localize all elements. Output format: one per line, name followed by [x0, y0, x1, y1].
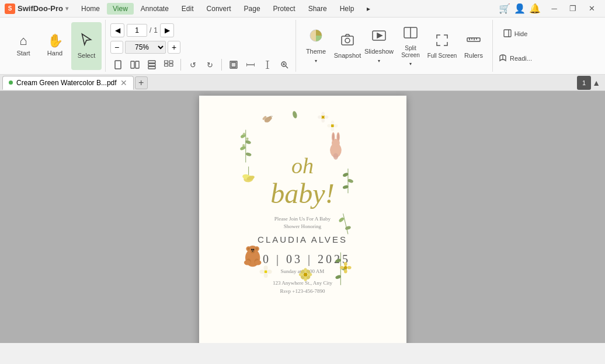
menu-view[interactable]: View — [107, 3, 134, 15]
menu-page[interactable]: Page — [238, 3, 266, 15]
svg-rect-9 — [169, 64, 173, 66]
start-button[interactable]: ⌂ Start — [8, 22, 39, 70]
new-tab-button[interactable]: + — [135, 76, 148, 89]
rotate-left-button[interactable]: ↺ — [185, 57, 200, 72]
rulers-icon — [466, 32, 481, 50]
bell-icon[interactable]: 🔔 — [529, 3, 541, 14]
fit-height-button[interactable] — [260, 57, 275, 72]
home-icon: ⌂ — [19, 34, 27, 47]
pdf-page: ohbaby! Please Join Us For A Baby Shower… — [199, 96, 406, 343]
svg-point-46 — [324, 116, 328, 119]
svg-point-49 — [331, 127, 334, 131]
tab-status-dot — [9, 80, 13, 85]
svg-rect-4 — [148, 64, 155, 66]
zoom-select[interactable]: 75% 50% 100% 125% 150% — [125, 41, 166, 54]
svg-point-64 — [242, 132, 245, 135]
split-screen-label: Split Screen — [395, 45, 426, 59]
app-dropdown-icon[interactable]: ▾ — [65, 5, 68, 12]
rotate-right-button[interactable]: ↻ — [202, 57, 217, 72]
main-content: ohbaby! Please Join Us For A Baby Shower… — [0, 91, 605, 343]
app-logo: S SwifDoo-Pro ▾ — [5, 4, 68, 14]
fit-width-button[interactable] — [243, 57, 258, 72]
rulers-button[interactable]: Rulers — [458, 22, 489, 70]
snapshot-button[interactable]: Snapshot — [332, 22, 363, 70]
zoom-out-button[interactable]: − — [110, 41, 123, 54]
event-date: 10 | 03 | 2025 — [255, 253, 350, 266]
split-screen-icon — [403, 25, 418, 43]
svg-point-39 — [268, 116, 272, 120]
close-button[interactable]: ✕ — [583, 2, 600, 15]
svg-point-62 — [239, 145, 246, 150]
tab-bar: Cream Green Watercolor B...pdf ✕ + 1 ▲ — [0, 75, 605, 91]
zoom-area-button[interactable] — [277, 57, 292, 72]
split-arrow-icon: ▾ — [409, 61, 412, 66]
fit-page-button[interactable] — [226, 57, 241, 72]
menu-home[interactable]: Home — [75, 3, 106, 15]
menu-annotate[interactable]: Annotate — [135, 3, 175, 15]
slideshow-button[interactable]: Slideshow ▾ — [364, 22, 394, 70]
svg-point-84 — [252, 251, 253, 252]
invite-text: Please Join Us For A Baby Shower Honorin… — [274, 215, 331, 231]
menu-convert[interactable]: Convert — [201, 3, 237, 15]
tab-pdf[interactable]: Cream Green Watercolor B...pdf ✕ — [2, 76, 134, 90]
svg-point-63 — [245, 152, 252, 157]
svg-point-79 — [247, 247, 249, 250]
app-title: SwifDoo-Pro — [18, 4, 63, 13]
hand-button[interactable]: ✋ Hand — [40, 22, 70, 70]
hand-icon: ✋ — [47, 34, 63, 47]
toolbar-separator — [180, 59, 181, 71]
full-screen-button[interactable]: Full Screen — [427, 22, 457, 70]
prev-page-button[interactable]: ◀ — [110, 23, 124, 37]
next-page-button[interactable]: ▶ — [160, 23, 174, 37]
nav-controls-group: ◀ / 1 ▶ − 75% 50% 100% 125% 150% + — [107, 20, 296, 72]
theme-button[interactable]: Theme ▾ — [301, 22, 331, 70]
scroll-up-arrow[interactable]: ▲ — [592, 78, 600, 88]
svg-line-19 — [286, 66, 288, 68]
svg-point-85 — [246, 258, 251, 265]
slideshow-label: Slideshow — [364, 48, 394, 55]
tab-close-button[interactable]: ✕ — [120, 79, 127, 87]
user-icon[interactable]: 👤 — [514, 3, 526, 14]
two-page-icon[interactable] — [127, 57, 142, 72]
svg-point-50 — [327, 124, 331, 128]
basic-tools-group: ⌂ Start ✋ Hand Select — [5, 20, 106, 72]
split-screen-button[interactable]: Split Screen ▾ — [395, 22, 426, 70]
two-scroll-icon[interactable] — [161, 57, 176, 72]
restore-button[interactable]: ❐ — [564, 2, 582, 15]
minimize-button[interactable]: ─ — [545, 2, 563, 15]
svg-point-43 — [321, 112, 325, 116]
pdf-viewer: ohbaby! Please Join Us For A Baby Shower… — [0, 91, 605, 343]
svg-point-65 — [246, 138, 248, 140]
svg-point-66 — [242, 144, 245, 146]
reading-mode-button[interactable]: Readi... — [498, 47, 533, 69]
theme-label: Theme — [306, 48, 326, 55]
select-label: Select — [78, 52, 96, 60]
svg-point-54 — [331, 132, 335, 142]
select-button[interactable]: Select — [71, 22, 102, 70]
menu-more[interactable]: ▸ — [361, 3, 376, 15]
svg-point-55 — [336, 132, 340, 142]
cursor-icon — [79, 32, 94, 50]
zoom-in-button[interactable]: + — [168, 41, 180, 54]
single-page-icon[interactable] — [110, 57, 126, 72]
oh-baby-title: ohbaby! — [270, 154, 334, 209]
menu-edit[interactable]: Edit — [176, 3, 200, 15]
toolbar-separator2 — [221, 59, 222, 71]
svg-point-89 — [264, 270, 267, 274]
cart-icon[interactable]: 🛒 — [499, 3, 510, 14]
event-address: 123 Anywhere St., Any City Rsvp +123-456… — [273, 279, 332, 296]
hide-panel-button[interactable]: Hide — [498, 23, 533, 45]
tab-label: Cream Green Watercolor B...pdf — [16, 79, 117, 87]
reading-label: Readi... — [510, 55, 532, 62]
svg-point-42 — [322, 116, 324, 118]
hand-label: Hand — [47, 50, 62, 57]
svg-point-41 — [321, 115, 325, 119]
menu-share[interactable]: Share — [302, 3, 333, 15]
menu-help[interactable]: Help — [334, 3, 360, 15]
scroll-page-icon[interactable] — [144, 57, 159, 72]
svg-point-78 — [254, 246, 259, 251]
menu-protect[interactable]: Protect — [267, 3, 301, 15]
svg-point-82 — [251, 249, 252, 250]
page-input[interactable] — [127, 24, 147, 37]
svg-point-107 — [343, 266, 347, 270]
